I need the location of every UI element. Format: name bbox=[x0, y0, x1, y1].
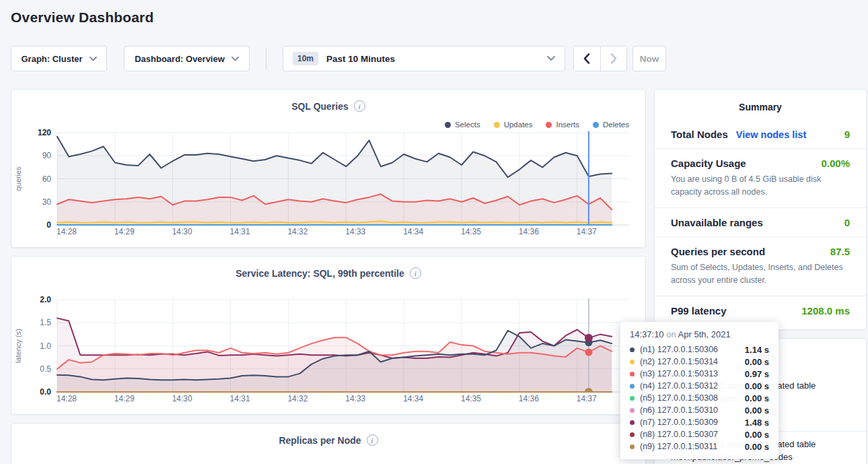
node-color-dot bbox=[630, 420, 635, 425]
tooltip-row: (n1) 127.0.0.1:503061.14 s bbox=[630, 343, 769, 356]
node-color-dot bbox=[630, 408, 635, 413]
tooltip-row: (n4) 127.0.0.1:503120.00 s bbox=[630, 380, 769, 392]
chart-title-text: Service Latency: SQL, 99th percentile bbox=[236, 268, 404, 279]
stat-queries-per-second: Queries per second 87.5 Sum of Selects, … bbox=[655, 236, 866, 296]
chevron-down-icon bbox=[89, 57, 97, 61]
node-color-dot bbox=[630, 360, 635, 364]
tooltip-date: Apr 5th, 2021 bbox=[678, 329, 731, 339]
dashboard-dropdown[interactable]: Dashboard: Overview bbox=[124, 46, 250, 71]
tooltip-rows: (n1) 127.0.0.1:503061.14 s(n2) 127.0.0.1… bbox=[630, 343, 769, 453]
info-icon[interactable]: i bbox=[367, 434, 378, 446]
chart-title-text: SQL Queries bbox=[291, 101, 349, 112]
stat-value: 0.00% bbox=[821, 158, 850, 169]
svg-text:14:32: 14:32 bbox=[287, 227, 308, 236]
summary-heading: Summary bbox=[655, 90, 866, 120]
tooltip-row: (n9) 127.0.0.1:503110.00 s bbox=[630, 440, 769, 453]
svg-text:14:37: 14:37 bbox=[577, 394, 597, 403]
next-time-button[interactable] bbox=[600, 46, 626, 71]
chevron-down-icon bbox=[231, 57, 239, 61]
node-address: (n1) 127.0.0.1:50306 bbox=[640, 345, 745, 354]
stat-label: Queries per second bbox=[671, 246, 765, 257]
svg-text:14:29: 14:29 bbox=[114, 394, 135, 403]
svg-text:14:36: 14:36 bbox=[519, 394, 539, 403]
node-color-dot bbox=[630, 347, 635, 352]
node-color-dot bbox=[630, 396, 635, 401]
node-color-dot bbox=[630, 384, 635, 389]
view-nodes-list-link[interactable]: View nodes list bbox=[736, 129, 807, 140]
svg-text:14:31: 14:31 bbox=[230, 394, 250, 403]
svg-text:2.0: 2.0 bbox=[40, 295, 51, 304]
node-address: (n2) 127.0.0.1:50314 bbox=[640, 357, 745, 366]
svg-text:14:33: 14:33 bbox=[345, 227, 365, 236]
time-range-picker[interactable]: 10m Past 10 Minutes bbox=[283, 46, 565, 71]
svg-text:14:34: 14:34 bbox=[403, 227, 423, 236]
node-latency-value: 1.14 s bbox=[745, 345, 769, 355]
svg-text:14:33: 14:33 bbox=[345, 394, 365, 403]
stat-description: You are using 0 B of 4.5 GiB usable disk… bbox=[671, 173, 850, 199]
svg-text:0: 0 bbox=[46, 220, 51, 230]
tooltip-row: (n5) 127.0.0.1:503080.00 s bbox=[630, 392, 769, 404]
stat-value: 87.5 bbox=[830, 246, 850, 257]
prev-time-button[interactable] bbox=[574, 46, 600, 71]
svg-text:14:37: 14:37 bbox=[577, 227, 597, 236]
stat-value: 1208.0 ms bbox=[801, 305, 850, 317]
stat-capacity-usage: Capacity Usage 0.00% You are using 0 B o… bbox=[655, 148, 866, 207]
stat-total-nodes: Total Nodes View nodes list 9 bbox=[655, 120, 866, 148]
node-address: (n7) 127.0.0.1:50309 bbox=[640, 418, 745, 427]
overview-dashboard-page: Overview Dashboard Graph: Cluster Dashbo… bbox=[0, 0, 868, 464]
chevron-right-icon bbox=[610, 53, 617, 64]
svg-text:14:30: 14:30 bbox=[172, 227, 192, 236]
stat-description: Sum of Selects, Updates, Inserts, and De… bbox=[671, 261, 850, 288]
tooltip-row: (n2) 127.0.0.1:503140.00 s bbox=[630, 356, 769, 368]
stat-label: P99 latency bbox=[671, 305, 727, 317]
svg-text:14:34: 14:34 bbox=[403, 394, 423, 403]
stat-p99-latency: P99 latency 1208.0 ms bbox=[655, 296, 866, 325]
sql-queries-card: SQL Queries i SelectsUpdatesInsertsDelet… bbox=[11, 89, 646, 248]
time-arrows bbox=[573, 46, 627, 71]
stat-label: Unavailable ranges bbox=[671, 217, 763, 228]
svg-text:14:31: 14:31 bbox=[230, 227, 250, 236]
tooltip-timestamp: 14:37:10 on Apr 5th, 2021 bbox=[630, 329, 769, 339]
controls-divider bbox=[266, 47, 266, 70]
node-latency-value: 0.00 s bbox=[745, 357, 769, 367]
svg-text:30: 30 bbox=[42, 197, 52, 207]
node-latency-value: 0.00 s bbox=[745, 442, 769, 452]
svg-text:14:30: 14:30 bbox=[172, 394, 192, 403]
info-icon[interactable]: i bbox=[410, 267, 421, 279]
stat-unavailable-ranges: Unavailable ranges 0 bbox=[655, 207, 866, 236]
svg-text:queries: queries bbox=[14, 166, 22, 191]
stat-value: 9 bbox=[844, 129, 850, 140]
node-address: (n3) 127.0.0.1:50313 bbox=[640, 369, 745, 378]
dashboard-dropdown-label: Dashboard: Overview bbox=[135, 54, 225, 64]
svg-text:1.5: 1.5 bbox=[40, 318, 51, 327]
node-latency-value: 0.00 s bbox=[745, 381, 769, 391]
node-address: (n6) 127.0.0.1:50310 bbox=[640, 405, 745, 415]
svg-text:14:32: 14:32 bbox=[287, 394, 308, 403]
tooltip-conj: on bbox=[666, 329, 676, 339]
node-latency-value: 1.48 s bbox=[745, 418, 769, 428]
svg-text:14:28: 14:28 bbox=[57, 227, 77, 236]
stat-label: Capacity Usage bbox=[671, 158, 746, 169]
svg-text:latency (s): latency (s) bbox=[14, 329, 22, 363]
now-button[interactable]: Now bbox=[632, 46, 666, 71]
node-address: (n4) 127.0.0.1:50312 bbox=[640, 381, 745, 391]
replicas-per-node-card: Replicas per Node i bbox=[11, 423, 646, 464]
tooltip-row: (n8) 127.0.0.1:503070.00 s bbox=[630, 428, 769, 440]
replicas-per-node-title: Replicas per Node i bbox=[11, 424, 645, 446]
chevron-down-icon bbox=[547, 56, 555, 61]
svg-text:14:35: 14:35 bbox=[461, 227, 481, 236]
svg-text:0.5: 0.5 bbox=[40, 364, 51, 374]
page-title: Overview Dashboard bbox=[11, 9, 154, 26]
time-range-badge: 10m bbox=[293, 52, 318, 65]
stat-value: 0 bbox=[844, 217, 850, 228]
tooltip-row: (n3) 127.0.0.1:503130.97 s bbox=[630, 368, 769, 380]
graph-dropdown[interactable]: Graph: Cluster bbox=[11, 46, 107, 71]
info-icon[interactable]: i bbox=[354, 100, 365, 112]
graph-dropdown-label: Graph: Cluster bbox=[21, 54, 82, 64]
chevron-left-icon bbox=[583, 53, 590, 64]
sql-queries-chart[interactable]: 14:2814:2914:3014:3114:3214:3314:3414:35… bbox=[11, 127, 647, 247]
service-latency-card: Service Latency: SQL, 99th percentile i … bbox=[11, 256, 646, 415]
chart-title-text: Replicas per Node bbox=[279, 435, 361, 446]
svg-text:14:29: 14:29 bbox=[114, 227, 135, 236]
service-latency-chart[interactable]: 14:2814:2914:3014:3114:3214:3314:3414:35… bbox=[11, 294, 647, 414]
